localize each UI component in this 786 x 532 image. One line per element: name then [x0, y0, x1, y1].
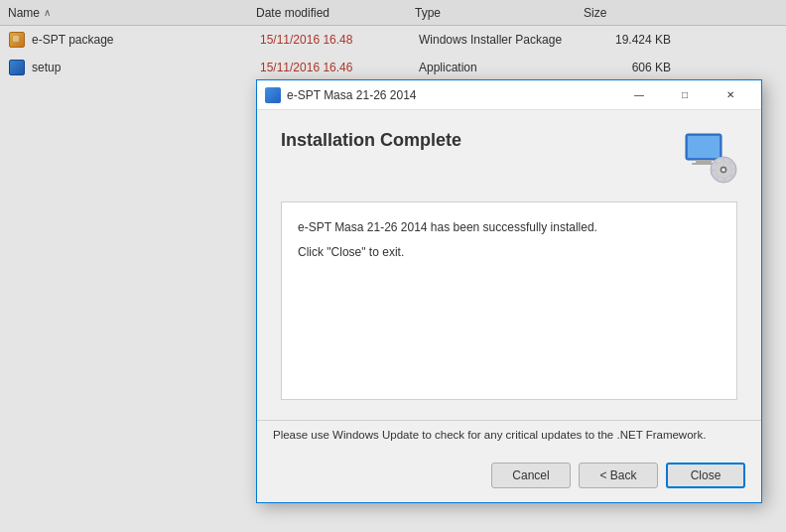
svg-rect-1 [688, 136, 720, 158]
dialog-message-area: e-SPT Masa 21-26 2014 has been successfu… [281, 201, 737, 400]
dialog-window: e-SPT Masa 21-26 2014 — □ ✕ Installation… [256, 79, 762, 503]
maximize-button[interactable]: □ [662, 80, 708, 110]
title-bar-buttons: — □ ✕ [616, 80, 753, 110]
cd-monitor-icon [682, 130, 737, 186]
dialog-heading: Installation Complete [281, 130, 672, 151]
message-line1: e-SPT Masa 21-26 2014 has been successfu… [298, 218, 720, 237]
back-button[interactable]: < Back [579, 463, 658, 488]
svg-point-8 [722, 169, 725, 172]
dialog-bottom-note: Please use Windows Update to check for a… [257, 420, 761, 453]
close-button[interactable]: Close [666, 463, 745, 488]
message-line2: Click "Close" to exit. [298, 243, 720, 262]
svg-rect-2 [696, 160, 712, 163]
dialog-content: Installation Complete [257, 110, 761, 420]
dialog-close-x-button[interactable]: ✕ [708, 80, 753, 110]
dialog-header: Installation Complete [281, 130, 737, 186]
dialog-title-text: e-SPT Masa 21-26 2014 [287, 88, 616, 102]
dialog-title-icon [265, 87, 281, 103]
cancel-button[interactable]: Cancel [491, 463, 571, 488]
dialog-title-bar[interactable]: e-SPT Masa 21-26 2014 — □ ✕ [257, 80, 761, 110]
minimize-button[interactable]: — [616, 80, 662, 110]
dialog-buttons: Cancel < Back Close [257, 453, 761, 502]
